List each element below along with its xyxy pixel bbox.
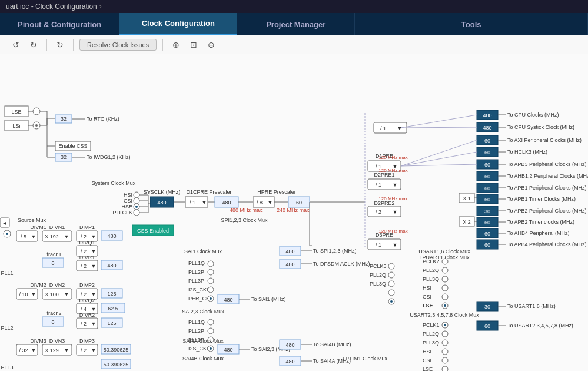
divr2-dropdown[interactable]: ▼ xyxy=(91,321,97,327)
zoom-in-button[interactable]: ⊕ xyxy=(169,38,183,52)
zoom-out-button[interactable]: ⊖ xyxy=(204,38,218,52)
480mhz-max: 480 MHz max xyxy=(230,207,263,213)
hsi-u2: HSI xyxy=(423,349,431,355)
toolbar-separator-1 xyxy=(46,39,47,51)
fracn2-label: fracn2 xyxy=(46,310,61,316)
d1pre-max-text: 120 MHz max xyxy=(378,155,407,160)
svg-point-110 xyxy=(208,328,214,334)
divp3-out: 50.390625 xyxy=(104,347,129,353)
svg-point-26 xyxy=(135,206,138,208)
svg-point-121 xyxy=(442,267,448,273)
spi123-480-val: 480 xyxy=(285,249,294,254)
divp1-val: / 2 xyxy=(81,234,87,240)
240mhz-max: 240 MHz max xyxy=(277,207,310,213)
zoom-fit-button[interactable]: ⊡ xyxy=(187,38,201,52)
apb1-timer-val: 60 xyxy=(484,197,490,203)
divp1-dropdown[interactable]: ▼ xyxy=(91,234,97,240)
pll3q-2: PLL3Q xyxy=(423,340,439,346)
ahb12-val: 60 xyxy=(484,174,490,180)
div32-dropdown[interactable]: ▼ xyxy=(31,347,36,353)
divp3-dropdown[interactable]: ▼ xyxy=(91,347,97,353)
divr1-dropdown[interactable]: ▼ xyxy=(91,263,97,269)
to-hclk3-label: To HCLK3 (MHz) xyxy=(507,149,547,155)
divq1-dropdown[interactable]: ▼ xyxy=(91,249,97,254)
redo-button[interactable]: ↻ xyxy=(26,38,41,52)
hclk3-val: 60 xyxy=(484,150,490,155)
axi-clk-val: 60 xyxy=(484,138,490,144)
div5-dropdown[interactable]: ▼ xyxy=(31,234,36,240)
d1cpre-val: / 1 xyxy=(190,200,195,206)
to-sai4a-label: To SAI4A (MHz) xyxy=(313,358,351,364)
pllclk-label: PLLCLK xyxy=(112,210,132,216)
main-content: LSE LSi 32 To RTC (KHz) xyxy=(0,54,588,371)
svg-point-109 xyxy=(208,319,214,325)
to-apb2-label: To APB2 Peripheral Clocks (MHz) xyxy=(507,208,587,214)
usart2345678-val: 60 xyxy=(484,323,490,329)
tab-project[interactable]: Project Manager xyxy=(237,13,355,35)
svg-point-28 xyxy=(134,210,139,216)
to-spi123-label: To SPI1,2,3 (MHz) xyxy=(313,248,357,254)
svg-point-132 xyxy=(442,340,448,346)
apb3-val: 60 xyxy=(484,162,490,168)
pll2-label: PLL2 xyxy=(1,325,13,331)
to-iwdg-label: To IWDG1,2 (KHz) xyxy=(87,154,131,160)
toolbar: ↺ ↻ ↻ Resolve Clock Issues ⊕ ⊡ ⊖ xyxy=(0,35,588,54)
css-enabled-label: CSS Enabled xyxy=(137,228,169,234)
pll3-label: PLL3 xyxy=(1,365,13,370)
divp1-out: 480 xyxy=(107,233,116,239)
svg-point-113 xyxy=(210,347,212,350)
cpu-div-dropdown[interactable]: ▼ xyxy=(397,125,403,131)
svg-point-124 xyxy=(442,294,448,300)
svg-point-145 xyxy=(388,290,394,296)
last-val: 50.390625 xyxy=(104,362,129,367)
x192-dropdown[interactable]: ▼ xyxy=(64,234,69,240)
tab-pinout[interactable]: Pinout & Configuration xyxy=(0,13,119,35)
toolbar-separator-3 xyxy=(162,39,163,51)
pll3p-1: PLL3P xyxy=(188,278,204,284)
divp2-dropdown[interactable]: ▼ xyxy=(91,292,97,297)
d2pre1-dropdown[interactable]: ▼ xyxy=(393,182,398,188)
div10-dropdown[interactable]: ▼ xyxy=(31,292,36,297)
d2pre2-dropdown[interactable]: ▼ xyxy=(393,209,398,215)
svg-point-21 xyxy=(134,192,139,198)
divp2-label: DIVP2 xyxy=(79,282,95,288)
usart16-val: 30 xyxy=(484,304,490,310)
x129-dropdown[interactable]: ▼ xyxy=(64,347,69,353)
title-bar-arrow: › xyxy=(99,2,102,11)
clock-diagram: LSE LSi 32 To RTC (KHz) xyxy=(0,54,588,371)
iwdg-val: 32 xyxy=(61,154,67,160)
apb2-val: 30 xyxy=(484,208,490,214)
divn1-label: DIVN1 xyxy=(49,224,65,230)
svg-point-23 xyxy=(134,198,139,204)
to-cpu-systick-label: To CPU Systick Clock (MHz) xyxy=(507,124,574,130)
hpre-dropdown[interactable]: ▼ xyxy=(268,200,273,206)
divp2-val: / 2 xyxy=(81,292,87,297)
x100-dropdown[interactable]: ▼ xyxy=(64,292,69,297)
tab-clock[interactable]: Clock Configuration xyxy=(119,13,237,35)
to-ahb12-label: To AHB1,2 Peripheral Clocks (MHz) xyxy=(507,173,588,179)
svg-point-147 xyxy=(390,300,393,303)
divq2-dropdown[interactable]: ▼ xyxy=(91,306,97,312)
undo-button[interactable]: ↺ xyxy=(9,38,23,52)
pll2q-2: PLL2Q xyxy=(423,331,439,337)
resolve-clock-button[interactable]: Resolve Clock Issues xyxy=(79,39,157,51)
refresh-button[interactable]: ↻ xyxy=(53,38,67,52)
x100-val: X 100 xyxy=(45,292,59,297)
divm3-label: DIVM3 xyxy=(30,338,46,344)
apb2-timer-val: 60 xyxy=(484,220,490,226)
svg-point-77 xyxy=(6,233,8,235)
svg-point-135 xyxy=(442,366,448,371)
divp1-label: DIVP1 xyxy=(79,224,95,230)
title-bar-text: uart.ioc - Clock Configuration xyxy=(6,2,97,11)
pll2p-2: PLL2P xyxy=(188,328,204,334)
left-arrow[interactable]: ◄ xyxy=(2,220,8,226)
svg-point-126 xyxy=(444,304,446,307)
diagram-area[interactable]: LSE LSi 32 To RTC (KHz) xyxy=(0,54,588,371)
d3pre-dropdown[interactable]: ▼ xyxy=(393,242,398,248)
tab-tools[interactable]: Tools xyxy=(355,13,588,35)
d1cpre-dropdown[interactable]: ▼ xyxy=(202,200,207,206)
fracn2-val: 0 xyxy=(51,319,54,325)
csi-u2: CSI xyxy=(423,357,431,363)
x129-val: X 129 xyxy=(45,347,59,353)
to-apb1-label: To APB1 Peripheral Clocks (MHz) xyxy=(507,185,587,191)
